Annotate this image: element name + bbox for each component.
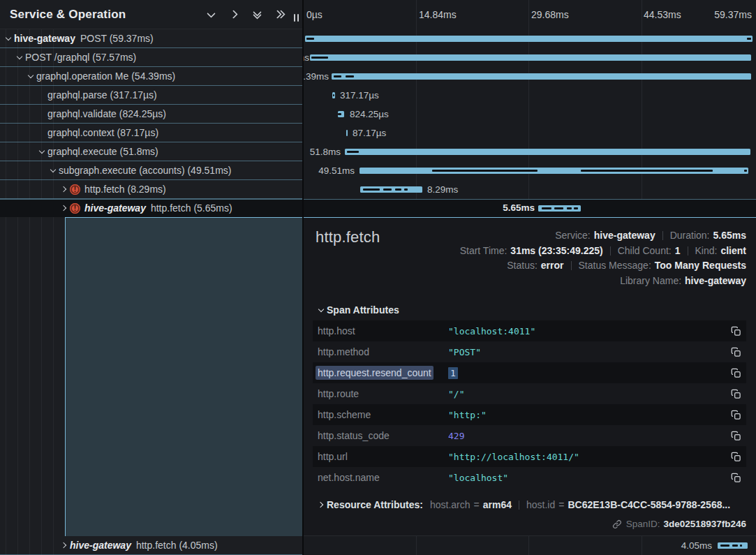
span-tree-row[interactable]: hive-gatewayhttp.fetch (5.65ms)	[0, 199, 303, 217]
bar-duration-label: 87.17µs	[353, 124, 386, 142]
meta-label: Status:	[507, 260, 538, 271]
child-span-mark	[732, 545, 738, 547]
attribute-row: http.request.resend_count1	[313, 362, 746, 383]
child-span-mark	[338, 113, 341, 115]
span-tree-row[interactable]: graphql.operation Me (54.39ms)	[0, 67, 303, 86]
resource-key: host.id	[526, 499, 555, 510]
timeline-row	[303, 29, 756, 48]
chevron-down-icon[interactable]	[47, 165, 59, 175]
copy-icon[interactable]	[729, 346, 742, 358]
child-span-mark	[346, 75, 354, 77]
attribute-key: net.host.name	[313, 472, 448, 483]
span-tree-row[interactable]: graphql.context (87.17µs)	[0, 124, 303, 142]
ruler-tick-label: 59.37ms	[714, 0, 752, 29]
span-detail-panel: http.fetch Service:hive-gatewayDuration:…	[303, 217, 756, 536]
resource-attributes-row[interactable]: Resource Attributes: host.arch=arm64host…	[313, 494, 746, 515]
collapse-all-icon[interactable]	[251, 9, 262, 20]
child-span-mark	[432, 170, 538, 172]
span-duration-bar[interactable]	[338, 111, 344, 117]
meta-value: hive-gateway	[594, 230, 655, 241]
span-meta-line: Start Time:31ms (23:35:49.225)Child Coun…	[460, 244, 746, 259]
child-span-mark	[581, 170, 713, 172]
span-tree-row[interactable]: hive-gatewayhttp.fetch (4.05ms)	[0, 536, 303, 555]
chevron-down-icon[interactable]	[14, 52, 25, 62]
copy-icon[interactable]	[729, 450, 742, 463]
chevron-right-icon[interactable]	[59, 540, 70, 550]
timeline-row: 51.8ms	[303, 142, 756, 161]
span-tree-row[interactable]: hive-gatewayPOST (59.37ms)	[0, 29, 303, 48]
span-duration-bar[interactable]	[332, 92, 335, 98]
span-duration-bar[interactable]	[346, 130, 348, 136]
expand-all-icon[interactable]	[274, 9, 286, 20]
child-span-mark	[395, 188, 401, 191]
expand-one-icon[interactable]	[228, 9, 239, 20]
span-tree-row[interactable]: subgraph.execute (accounts) (49.51ms)	[0, 161, 303, 180]
meta-label: Kind:	[695, 245, 718, 256]
panel-splitter[interactable]	[302, 0, 304, 555]
child-span-mark	[554, 207, 563, 209]
span-name-and-duration: graphql.validate (824.25µs)	[47, 105, 166, 124]
copy-icon[interactable]	[729, 387, 742, 400]
link-icon[interactable]	[612, 519, 622, 529]
bar-duration-label: 824.25µs	[350, 105, 389, 124]
bar-duration-label: 4.05ms	[681, 536, 712, 555]
copy-icon[interactable]	[729, 471, 742, 484]
child-span-mark	[383, 188, 392, 191]
attribute-row: http.host"localhost:4011"	[313, 320, 746, 341]
meta-label: Library Name:	[620, 275, 681, 286]
span-name-and-duration: http.fetch (4.05ms)	[136, 536, 218, 555]
span-duration-bar[interactable]	[310, 54, 751, 61]
attribute-key: http.status_code	[313, 430, 448, 441]
chevron-right-icon[interactable]	[59, 203, 70, 213]
copy-icon[interactable]	[729, 408, 742, 421]
attribute-value: "http://localhost:4011/"	[448, 452, 579, 462]
span-tree-row[interactable]: POST /graphql (57.57ms)	[0, 48, 303, 67]
meta-value: 5.65ms	[713, 230, 746, 241]
copy-icon[interactable]	[729, 429, 742, 442]
chevron-right-icon[interactable]	[59, 184, 70, 194]
trace-viewer: 0µs14.84ms29.68ms44.53ms59.37ms57.57ms54…	[0, 0, 756, 555]
span-duration-bar[interactable]	[305, 36, 753, 42]
collapse-one-icon[interactable]	[205, 9, 216, 20]
span-meta: Service:hive-gatewayDuration:5.65msStart…	[460, 228, 746, 288]
span-duration-bar[interactable]	[345, 149, 750, 155]
child-span-mark	[347, 151, 359, 153]
span-duration-bar[interactable]	[538, 205, 581, 212]
child-span-mark	[567, 207, 572, 209]
span-name-and-duration: subgraph.execute (accounts) (49.51ms)	[59, 161, 231, 180]
attribute-row: http.url"http://localhost:4011/"	[313, 446, 746, 467]
span-tree-row[interactable]: graphql.parse (317.17µs)	[0, 86, 303, 105]
span-duration-bar[interactable]	[718, 542, 748, 549]
chevron-down-icon[interactable]	[3, 34, 14, 43]
copy-icon[interactable]	[729, 367, 742, 379]
child-span-mark	[720, 545, 729, 547]
span-attributes-header[interactable]: Span Attributes	[313, 304, 746, 316]
span-tree-row[interactable]: http.fetch (8.29ms)	[0, 180, 303, 199]
expanded-detail-spacer	[65, 217, 303, 536]
attribute-value: "POST"	[448, 347, 481, 357]
span-duration-bar[interactable]	[360, 186, 422, 193]
attribute-row: http.scheme"http:"	[313, 404, 746, 425]
span-meta-line: Service:hive-gatewayDuration:5.65ms	[460, 228, 746, 244]
service-name: hive-gateway	[70, 536, 131, 555]
chevron-down-icon[interactable]	[25, 71, 36, 81]
ruler-tick-label: 29.68ms	[531, 0, 569, 29]
copy-icon[interactable]	[729, 325, 742, 337]
ruler-tick-label: 0µs	[306, 0, 323, 29]
attribute-value: "localhost"	[448, 473, 508, 483]
timeline-row: 87.17µs	[303, 124, 756, 142]
span-name-and-duration: http.fetch (5.65ms)	[151, 199, 232, 217]
span-tree-row[interactable]: graphql.execute (51.8ms)	[0, 142, 303, 161]
span-duration-bar[interactable]	[360, 168, 748, 174]
bar-duration-label: 57.57ms	[303, 48, 309, 67]
error-icon	[70, 184, 80, 195]
child-span-mark	[740, 545, 742, 547]
attribute-value: "localhost:4011"	[448, 326, 535, 336]
meta-value: hive-gateway	[685, 275, 746, 286]
panel-resize-handle[interactable]	[294, 14, 299, 22]
twisty-spacer	[36, 109, 47, 119]
span-duration-bar[interactable]	[332, 73, 751, 80]
span-tree-row[interactable]: graphql.validate (824.25µs)	[0, 105, 303, 124]
span-attributes-label: Span Attributes	[327, 304, 399, 316]
chevron-down-icon[interactable]	[36, 147, 47, 156]
